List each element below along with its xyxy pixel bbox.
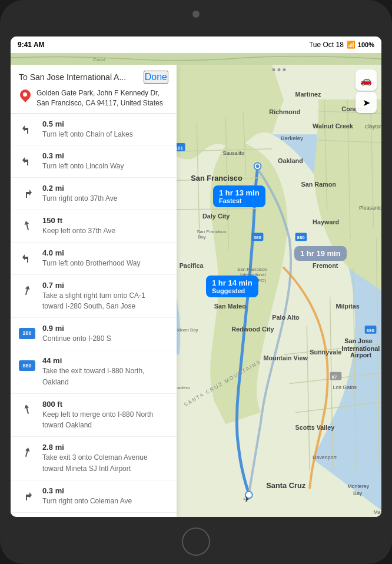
step-icon-wrap (19, 401, 35, 417)
battery-icon: 100% (358, 41, 374, 48)
step-instruction: Keep left to merge onto I-880 North towa… (42, 410, 153, 430)
svg-text:Davenport: Davenport (313, 454, 337, 460)
step-item[interactable]: 0.5 mi Turn left onto Chain of Lakes (11, 114, 177, 146)
svg-text:101: 101 (177, 145, 183, 151)
svg-text:Sunnyvale: Sunnyvale (310, 349, 341, 356)
svg-text:Pacifica: Pacifica (180, 262, 204, 269)
svg-text:San Francisco: San Francisco (191, 174, 242, 183)
step-item[interactable]: 880 44 mi Take the exit toward I-880 Nor… (11, 350, 177, 394)
svg-rect-0 (11, 53, 381, 65)
screen: 9:41 AM Tue Oct 18 📶 100% Carlol (11, 37, 381, 517)
step-instruction: Turn left onto Chain of Lakes (42, 130, 133, 138)
svg-text:San Ramon: San Ramon (301, 181, 336, 188)
step-distance: 4.0 mi (42, 248, 168, 257)
step-direction-icon (20, 122, 34, 136)
step-distance: 0.3 mi (42, 151, 168, 160)
car-route-button[interactable]: 🚗 (356, 69, 377, 91)
step-item[interactable]: 280 0.9 mi Continue onto I-280 S (11, 318, 177, 350)
step-direction-icon (20, 218, 34, 233)
map-controls: 🚗 ➤ (356, 69, 377, 113)
step-instruction: Turn left onto Lincoln Way (42, 162, 124, 170)
svg-text:Sausalito: Sausalito (222, 150, 244, 156)
step-item[interactable]: 0.7 mi Take a slight right turn onto CA-… (11, 275, 177, 319)
origin-address: Golden Gate Park, John F Kennedy Dr, San… (36, 88, 168, 108)
step-icon-wrap (19, 121, 35, 137)
step-text: 4.0 mi Turn left onto Brotherhood Way (42, 248, 168, 268)
route-callout-alternate[interactable]: 1 hr 19 min (294, 246, 347, 261)
svg-text:Marina: Marina (373, 509, 381, 515)
callout-fastest-label: Fastest (219, 197, 260, 204)
dot-1 (273, 68, 275, 71)
step-item[interactable]: 0.3 mi Turn left onto Lincoln Way (11, 145, 177, 178)
step-instruction: Keep left onto 37th Ave (42, 227, 115, 235)
svg-text:Carlol: Carlol (93, 57, 105, 62)
step-text: 150 ft Keep left onto 37th Ave (42, 216, 168, 236)
step-icon-wrap (19, 444, 35, 460)
step-item[interactable]: 800 ft Keep left to merge onto I-880 Nor… (11, 394, 177, 437)
step-item[interactable]: 2.8 mi Take exit 3 onto Coleman Avenue t… (11, 437, 177, 480)
dot-2 (278, 68, 281, 71)
svg-text:San Jose: San Jose (344, 337, 373, 344)
step-distance: 44 mi (42, 356, 168, 365)
step-item[interactable]: 0.4 mi Turn right onto Airport Blvd (11, 513, 177, 517)
panel-header: To San Jose International A... Done Gold… (11, 65, 177, 114)
step-instruction: Take a slight right turn onto CA-1 towar… (42, 291, 145, 311)
step-distance: 0.3 mi (42, 486, 168, 495)
svg-point-22 (256, 164, 260, 168)
step-item[interactable]: 4.0 mi Turn left onto Brotherhood Way (11, 243, 177, 275)
svg-text:Los Gatos: Los Gatos (333, 384, 357, 390)
svg-text:880: 880 (297, 235, 305, 240)
svg-text:87: 87 (332, 374, 337, 380)
svg-text:Palo Alto: Palo Alto (272, 314, 300, 321)
svg-text:Oakland: Oakland (278, 157, 303, 164)
callout-fastest-time: 1 hr 13 min (219, 188, 260, 197)
step-instruction: Take exit 3 onto Coleman Avenue toward M… (42, 453, 148, 473)
callout-alt-time: 1 hr 19 min (300, 249, 341, 258)
pin-dot (23, 92, 27, 97)
status-time: 9:41 AM (18, 41, 45, 49)
step-text: 0.5 mi Turn left onto Chain of Lakes (42, 120, 168, 140)
wifi-icon: 📶 (347, 41, 356, 49)
origin-pin-icon (19, 89, 32, 102)
step-icon-wrap (19, 250, 35, 266)
svg-text:Milpitas: Milpitas (335, 303, 359, 310)
map-top-dots (273, 68, 286, 71)
steps-list[interactable]: 0.5 mi Turn left onto Chain of Lakes 0.3… (11, 114, 177, 517)
location-button[interactable]: ➤ (356, 92, 377, 113)
step-direction-icon (20, 489, 34, 503)
step-instruction: Turn left onto Brotherhood Way (42, 259, 141, 267)
step-item[interactable]: 0.3 mi Turn right onto Coleman Ave (11, 480, 177, 513)
route-callout-suggested[interactable]: 1 hr 14 min Suggested (206, 276, 258, 297)
svg-text:Clayton: Clayton (365, 124, 381, 130)
highway-badge: 880 (19, 360, 35, 371)
route-callout-fastest[interactable]: 1 hr 13 min Fastest (213, 185, 265, 207)
svg-text:380: 380 (254, 235, 262, 240)
done-button[interactable]: Done (144, 71, 168, 84)
status-date: Tue Oct 18 (309, 41, 344, 49)
svg-text:Half Moon Bay: Half Moon Bay (177, 327, 198, 333)
step-item[interactable]: 0.2 mi Turn right onto 37th Ave (11, 178, 177, 210)
svg-text:Redwood City: Redwood City (231, 326, 274, 333)
map-area[interactable]: ✈ Martinez Concord Clayton Richmond Berk… (177, 65, 381, 517)
step-distance: 0.7 mi (42, 281, 168, 290)
callout-suggested-time: 1 hr 14 min (212, 278, 253, 287)
step-icon-wrap (19, 217, 35, 234)
svg-text:Mountain View: Mountain View (263, 354, 308, 361)
svg-text:Berkeley: Berkeley (281, 135, 303, 141)
status-bar: 9:41 AM Tue Oct 18 📶 100% (11, 37, 381, 53)
step-distance: 0.9 mi (42, 324, 168, 333)
svg-text:Airport: Airport (350, 351, 371, 359)
main-content: To San Jose International A... Done Gold… (11, 65, 381, 517)
map-top-peek: Carlol (11, 53, 381, 65)
status-right: Tue Oct 18 📶 100% (309, 41, 374, 49)
svg-text:Fremont: Fremont (313, 262, 338, 269)
svg-text:Pleasanton: Pleasanton (359, 205, 381, 211)
step-item[interactable]: 150 ft Keep left onto 37th Ave (11, 210, 177, 243)
svg-text:Daly City: Daly City (202, 213, 230, 220)
panel-title-row: To San Jose International A... Done (19, 71, 168, 84)
highway-badge: 280 (19, 328, 35, 339)
callout-suggested-label: Suggested (212, 287, 253, 294)
step-icon-wrap: 880 (19, 357, 35, 374)
home-button[interactable] (182, 527, 210, 556)
svg-text:Pescadero: Pescadero (177, 385, 190, 390)
